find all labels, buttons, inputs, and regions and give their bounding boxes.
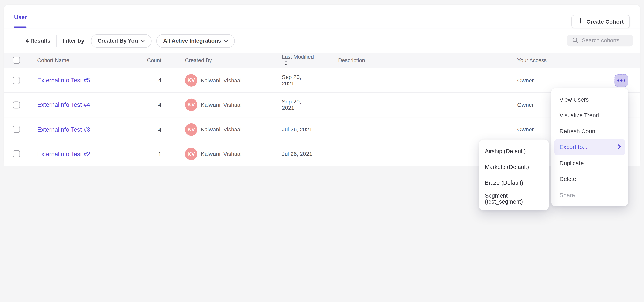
menu-item-view-users[interactable]: View Users <box>554 91 625 107</box>
toolbar-divider <box>56 35 57 47</box>
tab-bar: User Create Cohort <box>4 4 640 29</box>
row-checkbox[interactable] <box>13 101 20 108</box>
created-by-filter-label: Created By You <box>98 38 138 44</box>
select-all-checkbox[interactable] <box>13 57 20 64</box>
cohort-name-link[interactable]: ExternalInfo Test #2 <box>37 150 90 157</box>
creator-name: Kalwani, Vishaal <box>200 102 242 108</box>
integrations-filter-label: All Active Integrations <box>163 38 221 44</box>
search-placeholder: Search cohorts <box>582 38 620 44</box>
last-modified-date: Sep 20, 2021 <box>259 99 314 111</box>
active-tab-underline <box>14 26 26 28</box>
avatar: KV <box>185 99 198 111</box>
last-modified-date: Jul 26, 2021 <box>259 126 314 132</box>
create-cohort-button[interactable]: Create Cohort <box>572 15 630 28</box>
integrations-filter-dropdown[interactable]: All Active Integrations <box>157 34 235 47</box>
row-checkbox[interactable] <box>13 150 20 158</box>
cohort-count: 4 <box>120 126 162 133</box>
results-count: 4 Results <box>26 38 50 44</box>
col-header-created-by[interactable]: Created By <box>162 57 259 64</box>
row-checkbox[interactable] <box>13 126 20 133</box>
ellipsis-icon <box>618 80 619 81</box>
menu-item-share: Share <box>554 187 625 203</box>
cohort-name-link[interactable]: ExternalInfo Test #3 <box>37 126 90 133</box>
sort-desc-icon[interactable] <box>284 61 288 67</box>
table-row: ExternalInfo Test #4 4 KV Kalwani, Visha… <box>4 93 640 117</box>
table-header: Cohort Name Count Created By Last Modifi… <box>4 53 640 68</box>
export-to-label: Export to... <box>560 144 588 150</box>
menu-item-delete[interactable]: Delete <box>554 171 625 187</box>
creator-name: Kalwani, Vishaal <box>200 126 242 132</box>
menu-item-duplicate[interactable]: Duplicate <box>554 155 625 171</box>
cohorts-page: User Create Cohort 4 Results Filter by C… <box>0 0 644 302</box>
cohort-name-link[interactable]: ExternalInfo Test #5 <box>37 77 90 84</box>
row-context-menu: View Users Visualize Trend Refresh Count… <box>551 88 628 206</box>
row-actions-button[interactable] <box>614 74 628 87</box>
cohort-count: 4 <box>120 77 162 84</box>
avatar: KV <box>185 123 198 136</box>
tab-user[interactable]: User <box>14 14 27 20</box>
cohort-name-link[interactable]: ExternalInfo Test #4 <box>37 102 90 108</box>
submenu-item-marketo[interactable]: Marketo (Default) <box>479 159 549 175</box>
export-submenu: Airship (Default) Marketo (Default) Braz… <box>479 140 549 210</box>
table-row: ExternalInfo Test #5 4 KV Kalwani, Visha… <box>4 68 640 93</box>
submenu-item-braze[interactable]: Braze (Default) <box>479 175 549 190</box>
col-header-your-access[interactable]: Your Access <box>517 57 567 64</box>
avatar: KV <box>185 74 198 86</box>
chevron-down-icon <box>224 40 228 42</box>
cohort-count: 4 <box>120 102 162 108</box>
plus-icon <box>578 18 583 25</box>
col-header-cohort-name[interactable]: Cohort Name <box>37 57 120 64</box>
search-input[interactable]: Search cohorts <box>567 34 633 46</box>
creator-name: Kalwani, Vishaal <box>200 77 242 84</box>
menu-item-visualize-trend[interactable]: Visualize Trend <box>554 107 625 123</box>
cohort-count: 1 <box>120 150 162 157</box>
menu-item-export-to[interactable]: Export to... <box>554 139 625 155</box>
creator-name: Kalwani, Vishaal <box>200 151 242 157</box>
table-row: ExternalInfo Test #3 4 KV Kalwani, Visha… <box>4 117 640 142</box>
submenu-item-segment[interactable]: Segment (test_segment) <box>479 191 549 206</box>
filter-by-label: Filter by <box>62 38 84 44</box>
create-cohort-label: Create Cohort <box>586 18 624 25</box>
search-icon <box>572 38 578 44</box>
menu-item-refresh-count[interactable]: Refresh Count <box>554 123 625 139</box>
chevron-down-icon <box>141 40 145 42</box>
last-modified-label: Last Modified <box>282 54 314 60</box>
toolbar: 4 Results Filter by Created By You All A… <box>4 29 640 53</box>
col-header-count[interactable]: Count <box>120 57 162 64</box>
submenu-item-airship[interactable]: Airship (Default) <box>479 143 549 159</box>
last-modified-date: Sep 20, 2021 <box>259 74 314 86</box>
last-modified-date: Jul 26, 2021 <box>259 151 314 157</box>
col-header-last-modified[interactable]: Last Modified <box>259 54 314 67</box>
created-by-filter-dropdown[interactable]: Created By You <box>91 34 152 47</box>
col-header-description[interactable]: Description <box>314 57 517 64</box>
row-checkbox[interactable] <box>13 77 20 84</box>
avatar: KV <box>185 148 198 160</box>
chevron-right-icon <box>618 144 621 150</box>
access-cell: Owner <box>517 77 567 84</box>
